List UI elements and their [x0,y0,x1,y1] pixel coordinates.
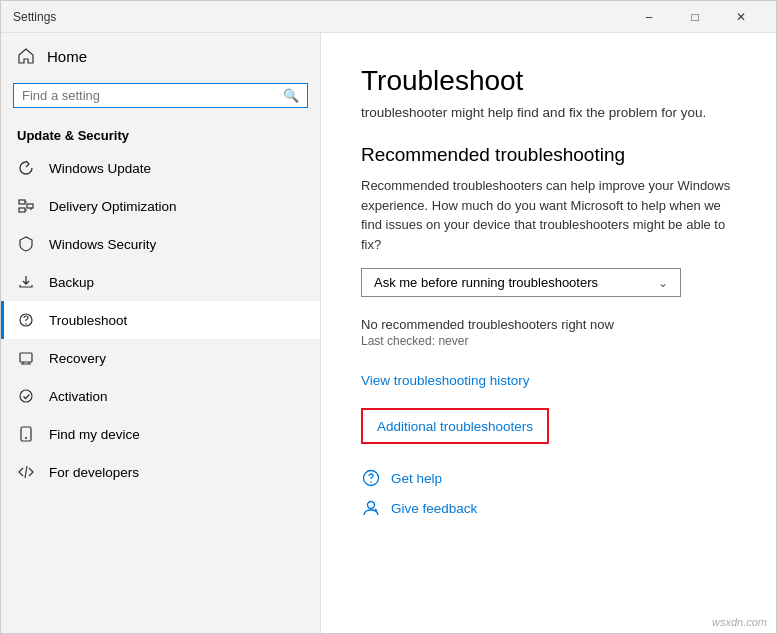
intro-text: troubleshooter might help find and fix t… [361,105,736,120]
sidebar-item-find-my-device[interactable]: Find my device [1,415,320,453]
search-box[interactable]: 🔍 [13,83,308,108]
sidebar-item-label: Backup [49,275,94,290]
activation-icon [17,387,35,405]
titlebar: Settings – □ ✕ [1,1,776,33]
recommended-section-title: Recommended troubleshooting [361,144,736,166]
for-developers-icon [17,463,35,481]
get-help-icon [361,468,381,488]
sidebar-item-label: For developers [49,465,139,480]
get-help-link[interactable]: Get help [391,471,442,486]
svg-rect-5 [20,353,32,362]
backup-icon [17,273,35,291]
sidebar-home-label: Home [47,48,87,65]
watermark: wsxdn.com [712,616,767,628]
give-feedback-icon [361,498,381,518]
search-icon: 🔍 [283,88,299,103]
sidebar-item-label: Find my device [49,427,140,442]
windows-security-icon [17,235,35,253]
find-my-device-icon [17,425,35,443]
svg-rect-0 [19,208,25,212]
svg-point-11 [368,502,375,509]
main-content: Troubleshoot troubleshooter might help f… [321,33,776,633]
no-troubleshooters-text: No recommended troubleshooters right now [361,317,736,332]
sidebar-item-windows-update[interactable]: Windows Update [1,149,320,187]
sidebar-item-label: Windows Update [49,161,151,176]
sidebar-item-label: Windows Security [49,237,156,252]
recovery-icon [17,349,35,367]
content-area: Home 🔍 Update & Security Windows Update [1,33,776,633]
troubleshoot-icon [17,311,35,329]
sidebar-item-label: Activation [49,389,108,404]
sidebar-section-title: Update & Security [1,120,320,149]
svg-point-8 [25,437,27,439]
close-button[interactable]: ✕ [718,1,764,33]
sidebar-item-label: Troubleshoot [49,313,127,328]
recommended-section-desc: Recommended troubleshooters can help imp… [361,176,736,254]
sidebar-item-for-developers[interactable]: For developers [1,453,320,491]
svg-point-4 [25,323,27,325]
last-checked-text: Last checked: never [361,334,736,348]
minimize-button[interactable]: – [626,1,672,33]
sidebar-item-activation[interactable]: Activation [1,377,320,415]
page-title: Troubleshoot [361,65,736,97]
sidebar-item-troubleshoot[interactable]: Troubleshoot [1,301,320,339]
sidebar: Home 🔍 Update & Security Windows Update [1,33,321,633]
dropdown-label: Ask me before running troubleshooters [374,275,598,290]
sidebar-item-windows-security[interactable]: Windows Security [1,225,320,263]
troubleshooter-dropdown[interactable]: Ask me before running troubleshooters ⌄ [361,268,681,297]
sidebar-item-delivery-optimization[interactable]: Delivery Optimization [1,187,320,225]
view-history-link[interactable]: View troubleshooting history [361,373,530,388]
settings-window: Settings – □ ✕ Home 🔍 Update & Security [0,0,777,634]
search-input[interactable] [22,88,283,103]
additional-troubleshooters-box: Additional troubleshooters [361,408,549,444]
delivery-optimization-icon [17,197,35,215]
svg-rect-1 [27,204,33,208]
svg-rect-2 [19,200,25,204]
give-feedback-item: Give feedback [361,498,736,518]
svg-point-10 [370,481,372,483]
sidebar-item-label: Recovery [49,351,106,366]
chevron-down-icon: ⌄ [658,276,668,290]
sidebar-item-backup[interactable]: Backup [1,263,320,301]
titlebar-title: Settings [13,10,626,24]
get-help-item: Get help [361,468,736,488]
home-icon [17,47,35,65]
additional-troubleshooters-link[interactable]: Additional troubleshooters [377,419,533,434]
give-feedback-link[interactable]: Give feedback [391,501,477,516]
maximize-button[interactable]: □ [672,1,718,33]
sidebar-item-home[interactable]: Home [1,33,320,79]
sidebar-item-recovery[interactable]: Recovery [1,339,320,377]
svg-point-6 [20,390,32,402]
sidebar-item-label: Delivery Optimization [49,199,177,214]
titlebar-controls: – □ ✕ [626,1,764,33]
windows-update-icon [17,159,35,177]
